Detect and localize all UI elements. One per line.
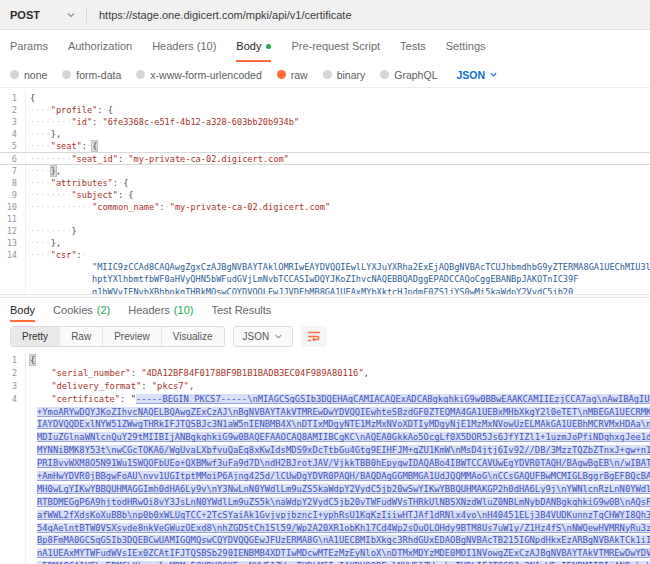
line-number: 3 xyxy=(0,116,26,128)
code-line: Bp8FmMA0GCSqGSIb3DQEBCwUAMIGQMQswCQYDVQQ… xyxy=(0,534,650,547)
radio-icon xyxy=(323,70,332,79)
code-line: 3········"id":·"6fe3368c-e51f-4b12-a328-… xyxy=(0,116,650,128)
response-tab-headers[interactable]: Headers(10) xyxy=(128,298,193,322)
code-line: 1{ xyxy=(0,92,650,104)
headers-count: (10) xyxy=(174,304,194,316)
tab-pre-request-script[interactable]: Pre-request Script xyxy=(291,30,380,62)
view-pretty[interactable]: Pretty xyxy=(11,327,60,346)
code-line: 3 "delivery_format": "pkcs7", xyxy=(0,380,650,393)
body-mode-row: none form-data x-www-form-urlencoded raw… xyxy=(0,62,650,88)
line-number xyxy=(0,470,26,483)
mode-form-data[interactable]: form-data xyxy=(62,69,121,81)
line-number: 7 xyxy=(0,165,26,177)
line-number: 2 xyxy=(0,367,26,380)
code-line: 8····"attributes":·{ xyxy=(0,177,650,189)
code-line: +YmoARYwDQYJKoZIhvcNAQELBQAwgZExCzAJ\nBg… xyxy=(0,406,650,419)
cookies-count: (2) xyxy=(97,304,110,316)
code-line: 2 "serial_number": "4DA12BF84F0178BF9B1B… xyxy=(0,367,650,380)
chevron-down-icon xyxy=(489,70,498,79)
request-language-dropdown[interactable]: JSON xyxy=(456,69,498,81)
response-tab-cookies[interactable]: Cookies(2) xyxy=(53,298,110,322)
response-tabs: Body Cookies(2) Headers(10) Test Results xyxy=(0,297,650,322)
code-line: 10············"common_name":·"my-private… xyxy=(0,201,650,213)
request-body-editor[interactable]: 1{2····"profile":·{3········"id":·"6fe33… xyxy=(0,88,650,295)
line-number xyxy=(0,431,26,444)
radio-selected-icon xyxy=(277,70,286,79)
mode-binary[interactable]: binary xyxy=(323,69,366,81)
response-body-editor[interactable]: 1{2 "serial_number": "4DA12BF84F0178BF9B… xyxy=(0,350,650,564)
view-preview[interactable]: Preview xyxy=(103,327,162,346)
response-language-dropdown[interactable]: JSON xyxy=(233,326,294,347)
line-number: 1 xyxy=(0,92,26,104)
chevron-down-icon xyxy=(274,332,283,341)
radio-icon xyxy=(62,70,71,79)
radio-icon xyxy=(380,70,389,79)
view-visualize[interactable]: Visualize xyxy=(162,327,224,346)
code-line: afWWL2fXdsKoXuBBb\np0b0xWLUqTCC+2TcSYaiA… xyxy=(0,509,650,522)
code-line: PRIBvvWXM8O5N91Wu1SWQOFbUEo+QXBMwf3uFa9d… xyxy=(0,457,650,470)
code-line: 11 xyxy=(0,213,650,225)
line-number xyxy=(0,406,26,419)
line-number: 9 xyxy=(0,189,26,201)
code-line: 4 "certificate": "-----BEGIN PKCS7-----\… xyxy=(0,393,650,406)
line-number xyxy=(0,418,26,431)
tab-params[interactable]: Params xyxy=(10,30,48,62)
line-number xyxy=(0,496,26,509)
response-tab-body[interactable]: Body xyxy=(10,298,35,322)
line-number xyxy=(0,273,26,285)
view-raw[interactable]: Raw xyxy=(60,327,103,346)
tab-headers[interactable]: Headers (10) xyxy=(152,30,216,62)
line-number xyxy=(0,444,26,457)
code-line: 6········"seat_id":·"my-private-ca-02.di… xyxy=(0,152,650,164)
tab-tests[interactable]: Tests xyxy=(400,30,426,62)
method-label: POST xyxy=(10,9,40,21)
api-client-window: POST Params Authorization Headers (10) B… xyxy=(0,0,650,564)
tab-settings[interactable]: Settings xyxy=(446,30,486,62)
code-line: 54qAelntBTW0VSXsvde8nkVeGWuzOExd8\nhZGDS… xyxy=(0,522,650,535)
wrap-text-button[interactable] xyxy=(301,326,327,347)
line-number: 4 xyxy=(0,393,26,406)
line-number xyxy=(0,261,26,273)
line-number: 5 xyxy=(0,140,26,152)
line-number: 8 xyxy=(0,177,26,189)
line-number xyxy=(0,560,26,564)
response-tab-test-results[interactable]: Test Results xyxy=(211,298,271,322)
line-number xyxy=(0,534,26,547)
line-number xyxy=(0,483,26,496)
line-number xyxy=(0,509,26,522)
code-line: 13····}, xyxy=(0,237,650,249)
line-number: 13 xyxy=(0,237,26,249)
mode-raw[interactable]: raw xyxy=(277,69,308,81)
code-line: 1{ xyxy=(0,354,650,367)
line-number xyxy=(0,457,26,470)
line-number xyxy=(0,547,26,560)
line-number: 6 xyxy=(0,153,26,163)
request-tabs: Params Authorization Headers (10) Body P… xyxy=(0,30,650,62)
code-line: 7····}, xyxy=(0,165,650,177)
response-toolbar: Pretty Raw Preview Visualize JSON xyxy=(0,322,650,350)
code-line: 4····}, xyxy=(0,128,650,140)
tab-body[interactable]: Body xyxy=(236,30,271,62)
method-selector[interactable]: POST xyxy=(0,9,86,21)
mode-none[interactable]: none xyxy=(10,69,47,81)
code-line: +AmHwYDVR0jBBgwFoAU\nvv1UGItptMMoiP6Ajng… xyxy=(0,470,650,483)
code-line: hptYXlhbmtfbWF0aHVyQHN5bWFudGVjLmNvbTCCA… xyxy=(0,273,650,285)
mode-graphql[interactable]: GraphQL xyxy=(380,69,437,81)
url-input[interactable] xyxy=(87,9,650,21)
radio-icon xyxy=(10,70,19,79)
code-line: 2····"profile":·{ xyxy=(0,104,650,116)
mode-x-www-form-urlencoded[interactable]: x-www-form-urlencoded xyxy=(136,69,261,81)
code-line: 9········"subject":·{ xyxy=(0,189,650,201)
code-line: MDIuZGlnaWNlcnQuY29tMIIBIjANBgkqhkiG9w0B… xyxy=(0,431,650,444)
radio-icon xyxy=(136,70,145,79)
code-line: 5····"seat":·{ xyxy=(0,140,650,152)
line-number: 1 xyxy=(0,354,26,367)
code-line: zEPMA0GA1UE\nERMGbXkgemlwMRMwEQYDVQQKEwp… xyxy=(0,560,650,564)
url-bar: POST xyxy=(0,0,650,30)
code-line: "MIIC9zCCAd8CAQAwgZgxCzAJBgNVBAYTAklOMRI… xyxy=(0,261,650,273)
tab-authorization[interactable]: Authorization xyxy=(68,30,132,62)
code-line: 14····"csr":· xyxy=(0,249,650,261)
code-line: MYNNiBMK8Y53t\nwCGcTOKA6/WgUvaLXbfvuQaEq… xyxy=(0,444,650,457)
line-number: 12 xyxy=(0,225,26,237)
response-view-switcher: Pretty Raw Preview Visualize xyxy=(10,326,225,347)
